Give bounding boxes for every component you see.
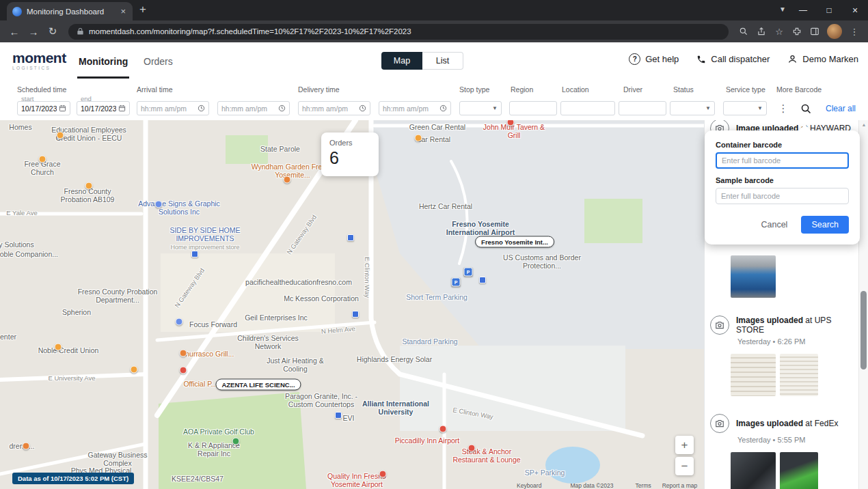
scheduled-start-date-field[interactable] bbox=[17, 101, 70, 115]
share-icon[interactable] bbox=[753, 27, 770, 36]
region-input[interactable] bbox=[513, 104, 553, 113]
arrival-start-time-input[interactable] bbox=[141, 104, 195, 113]
driver-input[interactable] bbox=[623, 104, 662, 113]
search-button[interactable]: Search bbox=[801, 216, 849, 234]
map-marker-yellow[interactable] bbox=[39, 156, 46, 163]
map-canvas[interactable]: HomesEducational Employees Credit Union … bbox=[0, 120, 704, 489]
map-view-button[interactable]: Map bbox=[381, 52, 422, 70]
zoom-out-button[interactable]: − bbox=[675, 457, 694, 475]
location-input[interactable] bbox=[565, 104, 611, 113]
map-marker-green[interactable] bbox=[232, 438, 240, 445]
map-marker-red[interactable] bbox=[180, 367, 187, 374]
address-bar[interactable]: momentdash.com/monitoring/map?f.schedule… bbox=[68, 24, 729, 40]
map-marker-yellow[interactable] bbox=[415, 135, 422, 142]
map-marker-orange[interactable] bbox=[23, 443, 30, 450]
image-thumbnail[interactable] bbox=[731, 354, 776, 396]
map-location-pill[interactable]: AZENTA LIFE SCIENC... bbox=[215, 379, 301, 391]
location-field[interactable] bbox=[560, 101, 615, 115]
map-marker-bluesq[interactable] bbox=[352, 311, 359, 318]
map-marker-blue[interactable] bbox=[176, 318, 183, 326]
tab-close-icon[interactable]: × bbox=[119, 6, 127, 16]
scheduled-end-date-input[interactable] bbox=[81, 104, 116, 113]
stop-type-select[interactable]: ▼ bbox=[459, 101, 502, 115]
driver-field[interactable] bbox=[619, 101, 666, 115]
map-marker-orange[interactable] bbox=[284, 176, 291, 184]
terms-link[interactable]: Terms bbox=[636, 482, 651, 489]
keyboard-shortcuts-link[interactable]: Keyboard shortcuts bbox=[517, 482, 559, 489]
app-logo[interactable]: moment LOGISTICS bbox=[12, 51, 66, 70]
arrival-start-time-field[interactable] bbox=[137, 101, 209, 115]
zoom-in-button[interactable]: + bbox=[675, 436, 694, 454]
container-barcode-input[interactable] bbox=[716, 152, 849, 169]
profile-avatar[interactable] bbox=[827, 24, 842, 39]
delivery-start-time-field[interactable] bbox=[298, 101, 370, 115]
region-field[interactable] bbox=[509, 101, 557, 115]
map-marker-parking[interactable]: P bbox=[452, 278, 461, 287]
camera-icon bbox=[710, 316, 729, 335]
clear-all-button[interactable]: Clear all bbox=[826, 104, 856, 113]
lock-icon bbox=[77, 27, 84, 36]
nav-monitoring[interactable]: Monitoring bbox=[79, 56, 128, 67]
cancel-button[interactable]: Cancel bbox=[761, 220, 787, 229]
map-marker-red[interactable] bbox=[468, 445, 476, 452]
barcode-search-icon[interactable] bbox=[798, 101, 813, 116]
scheduled-end-date-field[interactable] bbox=[77, 101, 130, 115]
scrollbar-up-arrow[interactable]: ▲ bbox=[859, 122, 868, 127]
window-minimize-button[interactable]: — bbox=[790, 5, 816, 15]
map-marker-parking[interactable]: P bbox=[464, 268, 473, 277]
map-location-pill[interactable]: Fresno Yosemite Int... bbox=[475, 236, 554, 248]
map-marker-bluesq[interactable] bbox=[191, 251, 198, 257]
browser-menu-icon[interactable]: ⋮ bbox=[846, 27, 863, 37]
zoom-icon[interactable] bbox=[735, 27, 752, 36]
user-menu[interactable]: Demo Marken bbox=[787, 54, 858, 64]
map-marker-red[interactable] bbox=[379, 471, 387, 478]
map-marker-bluesq[interactable] bbox=[347, 234, 354, 241]
status-select[interactable]: ▼ bbox=[670, 101, 715, 115]
image-thumbnail[interactable] bbox=[731, 255, 776, 298]
map-marker-yellow[interactable] bbox=[131, 366, 138, 374]
arrival-end-time-field[interactable] bbox=[217, 101, 290, 115]
sample-barcode-input[interactable] bbox=[716, 188, 849, 204]
delivery-end-time-field[interactable] bbox=[379, 101, 451, 115]
map-marker-bluesq[interactable] bbox=[479, 277, 486, 283]
scheduled-time-label: Scheduled time bbox=[17, 85, 66, 94]
forward-button[interactable]: → bbox=[25, 26, 42, 38]
map-marker-orange[interactable] bbox=[180, 350, 187, 357]
report-map-error-link[interactable]: Report a map error bbox=[662, 482, 704, 489]
get-help-button[interactable]: ? Get help bbox=[629, 53, 679, 65]
delivery-start-time-input[interactable] bbox=[302, 104, 357, 113]
image-thumbnail[interactable] bbox=[780, 452, 818, 489]
nav-orders[interactable]: Orders bbox=[144, 56, 173, 67]
bookmark-star-icon[interactable]: ☆ bbox=[771, 27, 787, 37]
extensions-puzzle-icon[interactable] bbox=[789, 27, 805, 36]
panel-scrollbar[interactable]: ▲ bbox=[858, 120, 868, 489]
map-marker-bluesq[interactable] bbox=[335, 412, 342, 419]
scheduled-start-date-input[interactable] bbox=[21, 104, 57, 113]
call-dispatcher-button[interactable]: Call dispatcher bbox=[696, 54, 770, 64]
delivery-end-time-input[interactable] bbox=[383, 104, 437, 113]
map-label: AOA Private Golf Club bbox=[183, 428, 254, 436]
scrollbar-thumb[interactable] bbox=[860, 291, 867, 369]
arrival-end-time-input[interactable] bbox=[221, 104, 276, 113]
side-panel-icon[interactable] bbox=[806, 27, 823, 36]
back-button[interactable]: ← bbox=[5, 26, 23, 38]
map-marker-yellow[interactable] bbox=[57, 132, 64, 139]
view-toggle: Map List bbox=[381, 52, 463, 70]
window-close-button[interactable]: × bbox=[842, 5, 868, 16]
map-marker-yellow[interactable] bbox=[85, 182, 93, 190]
map-marker-blue[interactable] bbox=[155, 201, 163, 208]
service-type-select[interactable]: ▼ bbox=[723, 101, 767, 115]
map-label: Official P... bbox=[183, 380, 217, 388]
more-filters-button[interactable]: ⋮ bbox=[776, 101, 791, 116]
window-maximize-button[interactable]: □ bbox=[816, 5, 842, 15]
map-marker-yellow[interactable] bbox=[55, 344, 62, 351]
tab-search-chevron-icon[interactable]: ▼ bbox=[779, 5, 786, 13]
reload-button[interactable]: ↻ bbox=[44, 25, 62, 38]
map-marker-red[interactable] bbox=[439, 425, 447, 433]
image-thumbnail[interactable] bbox=[731, 452, 776, 489]
new-tab-button[interactable]: + bbox=[139, 3, 146, 16]
image-thumbnail[interactable] bbox=[780, 354, 818, 396]
browser-tab[interactable]: Monitoring Dashboard × bbox=[7, 2, 133, 20]
orders-popup[interactable]: Orders 6 bbox=[321, 132, 379, 176]
list-view-button[interactable]: List bbox=[422, 52, 463, 70]
